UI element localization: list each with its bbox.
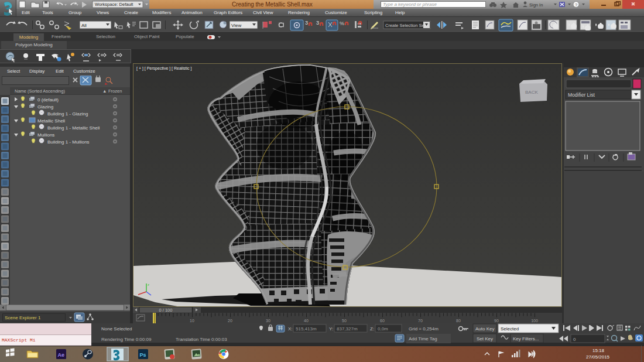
svg-text:Modifier List: Modifier List xyxy=(568,92,595,98)
svg-text:0 (default): 0 (default) xyxy=(37,97,59,103)
svg-text:15:18: 15:18 xyxy=(592,348,605,353)
svg-text:Ae: Ae xyxy=(58,352,65,358)
svg-text:70: 70 xyxy=(418,319,423,323)
svg-text:X:: X: xyxy=(288,326,293,332)
svg-text:Create Selection Se: Create Selection Se xyxy=(385,23,424,28)
svg-text:BACK: BACK xyxy=(525,90,538,95)
svg-text:50: 50 xyxy=(342,319,347,323)
svg-text:Glazing: Glazing xyxy=(37,104,53,110)
svg-text:837,327m: 837,327m xyxy=(337,326,358,332)
svg-text:Building 1 - Mullions: Building 1 - Mullions xyxy=(47,139,90,145)
svg-text:Rendering Time 0:00:09: Rendering Time 0:00:09 xyxy=(101,337,152,342)
svg-text:Selected: Selected xyxy=(501,326,519,332)
svg-text:View: View xyxy=(231,23,241,28)
svg-text:Add Time Tag: Add Time Tag xyxy=(409,336,437,341)
svg-text:30: 30 xyxy=(266,319,270,323)
svg-text:27/05/2015: 27/05/2015 xyxy=(586,354,610,360)
svg-text:MAXScript Mi: MAXScript Mi xyxy=(2,337,36,343)
svg-text:Y:: Y: xyxy=(329,326,333,332)
svg-text:10: 10 xyxy=(190,319,194,323)
svg-text:Mullions: Mullions xyxy=(37,132,54,138)
svg-text:0,0m: 0,0m xyxy=(378,326,388,332)
svg-text:?: ? xyxy=(575,2,577,8)
svg-text:Auto Key: Auto Key xyxy=(475,326,494,332)
svg-text:0 / 100: 0 / 100 xyxy=(159,308,173,313)
svg-text:0: 0 xyxy=(573,337,576,342)
svg-text:Workspace: Default: Workspace: Default xyxy=(95,2,133,7)
svg-text:Set Key: Set Key xyxy=(477,336,493,341)
svg-text:Sign In: Sign In xyxy=(529,2,543,8)
svg-text:80: 80 xyxy=(456,319,461,323)
svg-text:515,413m: 515,413m xyxy=(296,326,317,332)
svg-text:Building 1 - Metallic Shell: Building 1 - Metallic Shell xyxy=(47,125,100,131)
svg-text:%: % xyxy=(340,21,344,26)
svg-text:90: 90 xyxy=(494,319,499,323)
svg-text:100: 100 xyxy=(531,319,538,323)
svg-text:Ps: Ps xyxy=(140,352,146,358)
svg-text:Key Filters...: Key Filters... xyxy=(513,336,539,341)
svg-text:3: 3 xyxy=(305,20,308,26)
svg-text:Metallic Shell: Metallic Shell xyxy=(37,118,65,124)
svg-text:All: All xyxy=(81,23,87,28)
svg-text:3: 3 xyxy=(316,20,319,26)
svg-text:20: 20 xyxy=(228,319,232,323)
svg-text:60: 60 xyxy=(380,319,385,323)
svg-text:Translation Time 0:00:03: Translation Time 0:00:03 xyxy=(176,337,227,342)
svg-text:40: 40 xyxy=(304,319,309,323)
svg-text:None Selected: None Selected xyxy=(101,326,132,332)
svg-text:Z:: Z: xyxy=(370,326,374,332)
svg-text:Building 1 - Glazing: Building 1 - Glazing xyxy=(47,111,88,117)
svg-text:z: z xyxy=(148,283,149,286)
svg-text:Grid = 0,254m: Grid = 0,254m xyxy=(409,326,439,332)
